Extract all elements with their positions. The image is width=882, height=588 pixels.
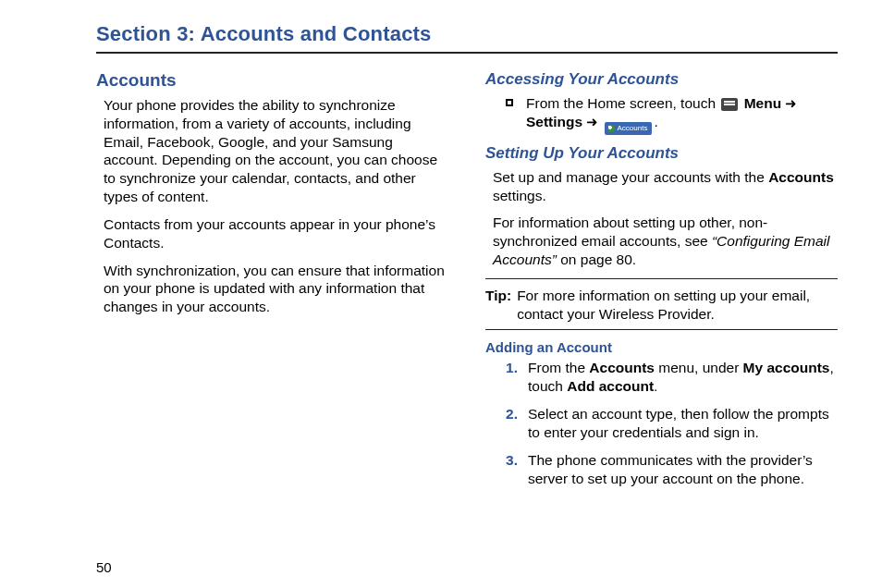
setup-p2b: on page 80. <box>557 251 636 267</box>
section-title: Section 3: Accounts and Contacts <box>96 22 838 46</box>
setup-heading: Setting Up Your Accounts <box>485 144 838 163</box>
step-3: The phone communicates with the provider… <box>506 451 838 488</box>
tip-rule-bottom <box>485 329 838 330</box>
setup-p1-bold: Accounts <box>768 169 834 185</box>
section-rule <box>96 52 838 54</box>
s1g: . <box>654 378 657 394</box>
step-2: Select an account type, then follow the … <box>506 405 838 442</box>
setup-paragraph-2: For information about setting up other, … <box>493 214 838 268</box>
setup-p1a: Set up and manage your accounts with the <box>493 169 768 185</box>
arrow-icon: ➜ <box>582 114 602 129</box>
tip-block: Tip: For more information on setting up … <box>485 287 838 324</box>
accounts-paragraph-2: Contacts from your accounts appear in yo… <box>104 215 448 252</box>
accessing-bullet: From the Home screen, touch Menu ➜ Setti… <box>506 94 838 135</box>
accounts-heading: Accounts <box>96 70 448 91</box>
right-column: Accessing Your Accounts From the Home sc… <box>485 70 838 497</box>
two-column-layout: Accounts Your phone provides the ability… <box>96 70 838 497</box>
s1d: My accounts <box>743 360 830 375</box>
s1a: From the <box>528 360 589 375</box>
page-number: 50 <box>96 559 112 575</box>
tip-rule-top <box>485 278 838 279</box>
setup-paragraph-1: Set up and manage your accounts with the… <box>493 168 838 205</box>
menu-label: Menu <box>744 95 781 111</box>
arrow-icon: ➜ <box>781 95 797 111</box>
hollow-square-bullet-icon <box>506 99 513 106</box>
accounts-paragraph-3: With synchronization, you can ensure tha… <box>104 262 448 316</box>
s1f: Add account <box>567 378 654 394</box>
accessing-lead: From the Home screen, touch <box>526 95 719 111</box>
accounts-app-icon: Accounts <box>605 122 653 135</box>
accessing-period: . <box>654 114 657 129</box>
s1c: menu, under <box>655 360 743 375</box>
accounts-paragraph-1: Your phone provides the ability to synch… <box>104 96 448 206</box>
tip-text: For more information on setting up your … <box>517 287 838 324</box>
adding-heading: Adding an Account <box>485 339 838 355</box>
left-column: Accounts Your phone provides the ability… <box>96 70 448 497</box>
tip-label: Tip: <box>485 287 511 324</box>
accessing-instruction: From the Home screen, touch Menu ➜ Setti… <box>526 94 838 135</box>
s1b: Accounts <box>589 360 655 375</box>
step-1: From the Accounts menu, under My account… <box>506 359 838 396</box>
adding-steps: From the Accounts menu, under My account… <box>485 359 838 489</box>
setup-p1b: settings. <box>493 188 546 203</box>
accessing-heading: Accessing Your Accounts <box>485 70 838 89</box>
settings-label: Settings <box>526 114 582 129</box>
menu-icon <box>721 98 738 111</box>
manual-page: Section 3: Accounts and Contacts Account… <box>0 0 882 588</box>
